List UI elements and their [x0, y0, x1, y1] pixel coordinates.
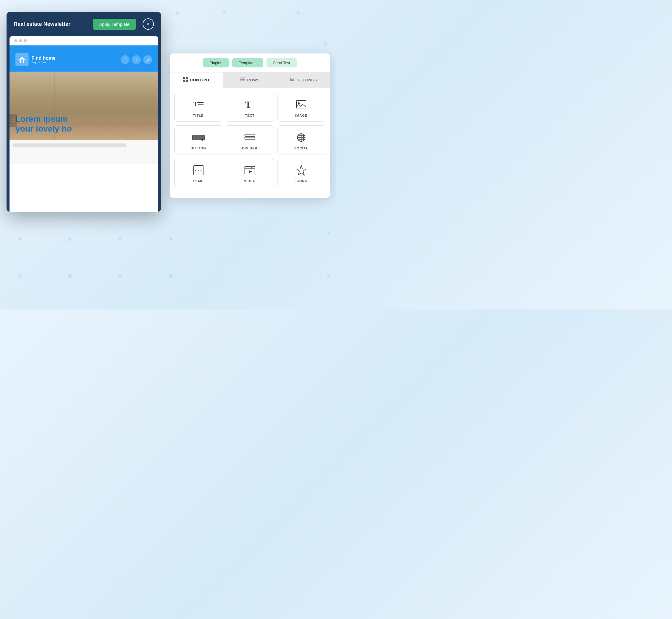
- svg-point-21: [298, 102, 300, 104]
- tab-rows[interactable]: ROWS: [223, 72, 277, 88]
- text-icon: T: [245, 99, 255, 111]
- brand-icon: [15, 53, 28, 66]
- editor-title: Real estate Newsletter: [14, 21, 70, 27]
- content-tab-icon: [183, 77, 188, 83]
- content-item-social[interactable]: SOCIAL: [277, 125, 325, 154]
- svg-rect-5: [186, 80, 188, 82]
- svg-rect-26: [245, 137, 255, 139]
- svg-rect-7: [240, 79, 245, 80]
- email-hero: Lorem ipsum your lovely ho: [9, 72, 158, 140]
- title-icon: T: [193, 99, 204, 111]
- content-item-image[interactable]: IMAGE: [277, 93, 325, 122]
- brand-tagline: Tagline Here: [31, 61, 56, 64]
- brand-logo: Find home Tagline Here: [15, 53, 56, 66]
- email-brand-header: Find home Tagline Here f t g+: [9, 48, 158, 72]
- browser-chrome: [9, 36, 158, 46]
- tab-rows-label: ROWS: [247, 78, 260, 82]
- tab-content-label: CONTENT: [190, 78, 210, 82]
- content-item-video[interactable]: VIDEO: [226, 158, 274, 187]
- svg-rect-11: [290, 80, 294, 81]
- apply-template-button[interactable]: Apply Template: [93, 19, 136, 30]
- icons-icon: [296, 164, 307, 176]
- content-item-text[interactable]: T TEXT: [226, 93, 274, 122]
- html-item-label: HTML: [193, 179, 203, 183]
- html-icon: </>: [193, 164, 204, 176]
- icons-item-label: ICONS: [295, 179, 307, 183]
- social-icon: [295, 132, 307, 143]
- svg-rect-2: [183, 77, 185, 79]
- social-icons-header: f t g+: [121, 55, 152, 64]
- content-items-grid: T TITLE T TEXT: [170, 88, 330, 192]
- tab-send-test-button[interactable]: Send Test: [266, 58, 297, 67]
- svg-text:T: T: [245, 99, 251, 110]
- svg-rect-4: [183, 80, 185, 82]
- content-panel: Plugins Templates Send Test CONTENT: [170, 54, 330, 198]
- email-editor-window: Real estate Newsletter Apply Template × …: [7, 12, 161, 212]
- hero-title-line2: your lovely ho: [15, 124, 72, 134]
- content-item-html[interactable]: </> HTML: [175, 158, 222, 187]
- tab-templates-button[interactable]: Templates: [232, 58, 263, 67]
- content-item-icons[interactable]: ICONS: [277, 158, 325, 187]
- svg-rect-20: [296, 100, 306, 108]
- hero-title-line1: Lorem ipsum: [15, 114, 72, 124]
- tab-settings[interactable]: SETTINGS: [277, 72, 330, 88]
- divider-icon: [244, 132, 256, 143]
- tab-content[interactable]: CONTENT: [170, 72, 223, 88]
- facebook-icon: f: [121, 55, 130, 64]
- rows-tab-icon: [240, 77, 246, 83]
- text-item-label: TEXT: [245, 114, 255, 117]
- image-icon: [296, 99, 307, 111]
- svg-rect-6: [240, 77, 245, 78]
- panel-bottom-fade: [170, 192, 330, 198]
- button-item-label: BUTTON: [191, 146, 206, 150]
- brand-name-block: Find home Tagline Here: [31, 56, 56, 64]
- tab-plugins-button[interactable]: Plugins: [203, 58, 229, 67]
- settings-tab-icon: [289, 77, 295, 83]
- svg-rect-8: [240, 80, 245, 81]
- svg-rect-10: [290, 79, 294, 80]
- editor-header: Real estate Newsletter Apply Template ×: [7, 12, 161, 36]
- svg-text:</>: </>: [195, 168, 202, 173]
- svg-marker-40: [296, 165, 306, 175]
- button-icon: [192, 132, 205, 143]
- svg-rect-25: [245, 134, 255, 136]
- content-item-divider[interactable]: DIVIDER: [226, 125, 274, 154]
- content-row-settings-tabs: CONTENT ROWS: [170, 72, 330, 88]
- image-item-label: IMAGE: [295, 114, 308, 117]
- svg-text:T: T: [193, 100, 198, 108]
- svg-rect-35: [245, 166, 255, 174]
- hero-text: Lorem ipsum your lovely ho: [15, 114, 72, 134]
- email-preview: ‹ Find home Tagline Here f: [9, 46, 158, 212]
- panel-top-tabs: Plugins Templates Send Test: [170, 54, 330, 72]
- close-button[interactable]: ×: [143, 18, 154, 30]
- content-item-title[interactable]: T TITLE: [175, 93, 222, 122]
- svg-rect-12: [290, 77, 291, 79]
- tab-settings-label: SETTINGS: [296, 78, 317, 82]
- twitter-icon: t: [132, 55, 141, 64]
- brand-name: Find home: [31, 56, 56, 61]
- svg-rect-3: [186, 77, 188, 79]
- browser-dot-1: [14, 39, 17, 42]
- email-bottom-section: [9, 140, 158, 164]
- video-icon: [244, 164, 256, 176]
- divider-item-label: DIVIDER: [242, 146, 258, 150]
- svg-rect-14: [291, 80, 292, 81]
- content-item-button[interactable]: BUTTON: [175, 125, 222, 154]
- svg-rect-13: [292, 79, 293, 80]
- prev-arrow[interactable]: ‹: [9, 114, 17, 127]
- browser-dot-3: [24, 39, 27, 42]
- video-item-label: VIDEO: [244, 179, 256, 183]
- title-item-label: TITLE: [193, 114, 204, 117]
- svg-point-1: [21, 59, 22, 60]
- browser-dot-2: [19, 39, 22, 42]
- social-item-label: SOCIAL: [294, 146, 309, 150]
- svg-rect-23: [193, 135, 204, 140]
- email-top-bar: [9, 46, 158, 48]
- googleplus-icon: g+: [143, 55, 152, 64]
- svg-marker-39: [249, 170, 252, 173]
